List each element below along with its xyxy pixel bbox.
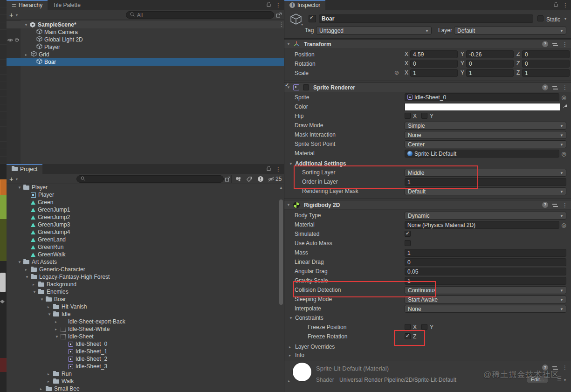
mass-field[interactable]: 1: [405, 249, 566, 257]
hidden-count-eye-icon[interactable]: [268, 177, 275, 183]
mask-interaction-dropdown[interactable]: None▼: [405, 131, 566, 139]
additional-settings-foldout[interactable]: ▼ Additional Settings: [289, 159, 346, 168]
foldout-collapsed-icon[interactable]: ▸: [55, 320, 61, 324]
tree-item[interactable]: GreenWalk: [7, 251, 284, 258]
tree-item[interactable]: ▼Art Assets: [7, 258, 284, 266]
tree-item[interactable]: GreenJump3: [7, 221, 284, 228]
sprite-object-field[interactable]: Idle-Sheet_0: [405, 93, 559, 101]
scale-link-icon[interactable]: ⊘: [394, 69, 399, 76]
hierarchy-search-input[interactable]: [137, 12, 270, 18]
presets-icon[interactable]: [552, 203, 558, 207]
warning-filter-icon[interactable]: [257, 176, 264, 184]
linear-drag-field[interactable]: 0: [405, 258, 566, 266]
foldout-expanded-icon[interactable]: ▼: [18, 186, 23, 190]
foldout-collapsed-icon[interactable]: ▸: [25, 268, 31, 272]
shader-menu-dropdown-icon[interactable]: ▾: [564, 378, 566, 382]
tree-item[interactable]: ▸Background: [7, 281, 284, 288]
scale-x-field[interactable]: 1: [410, 69, 458, 77]
layer-dropdown[interactable]: Default▼: [454, 27, 566, 34]
foldout-collapsed-icon[interactable]: ▸: [48, 379, 53, 384]
object-picker-icon[interactable]: ◎: [560, 150, 567, 158]
position-y-field[interactable]: -0.26: [466, 50, 514, 58]
constraints-foldout[interactable]: ▼ Constraints: [289, 314, 323, 322]
menu-kebab-icon[interactable]: ⋮: [275, 2, 281, 8]
component-kebab-icon[interactable]: ⋮: [562, 85, 568, 90]
material-preview[interactable]: [293, 363, 311, 381]
material-foldout-icon[interactable]: ▸: [288, 379, 290, 383]
lock-icon[interactable]: [266, 165, 271, 172]
draw-mode-dropdown[interactable]: Simple▼: [405, 122, 566, 130]
hierarchy-item-global-light-2d[interactable]: Global Light 2D: [7, 36, 284, 43]
foldout-expanded-icon[interactable]: ▼: [18, 260, 23, 264]
help-icon[interactable]: ?: [542, 41, 548, 47]
foldout-expanded-icon[interactable]: ▼: [40, 297, 46, 302]
open-window-icon[interactable]: [225, 176, 231, 184]
foldout-expanded-icon[interactable]: ▼: [287, 203, 293, 207]
rendering-layer-mask-dropdown[interactable]: Default▼: [405, 187, 566, 195]
tree-item[interactable]: GreenJump4: [7, 228, 284, 236]
tree-item[interactable]: GreenJump1: [7, 206, 284, 213]
tree-item[interactable]: Idle-Sheet_1: [7, 348, 284, 355]
tree-item[interactable]: ▼Legacy-Fantasy-High Forest: [7, 273, 284, 281]
object-picker-icon[interactable]: ◎: [560, 221, 567, 229]
rigidbody-2d-header[interactable]: ▼ Rigidbody 2D: [284, 200, 571, 210]
component-kebab-icon[interactable]: ⋮: [562, 202, 568, 208]
freeze-position-x-checkbox[interactable]: [405, 324, 411, 330]
foldout-expanded-icon[interactable]: ▼: [33, 290, 38, 294]
foldout-collapsed-icon[interactable]: ▸: [48, 372, 53, 376]
presets-icon[interactable]: [552, 42, 558, 47]
interpolate-dropdown[interactable]: None▼: [405, 305, 566, 313]
visibility-eye-icon[interactable]: [7, 37, 14, 44]
asset-filter-icon[interactable]: [235, 176, 241, 184]
position-x-field[interactable]: 4.59: [410, 50, 458, 58]
body-type-dropdown[interactable]: Dynamic▼: [405, 212, 566, 220]
tab-hierarchy[interactable]: ☰ Hierarchy: [7, 0, 48, 10]
help-icon[interactable]: ?: [542, 84, 548, 90]
hierarchy-item-player[interactable]: Player: [7, 43, 284, 51]
freeze-position-y-checkbox[interactable]: [421, 324, 427, 330]
foldout-collapsed-icon[interactable]: ▸: [55, 327, 61, 331]
foldout-collapsed-icon[interactable]: ▸: [33, 282, 38, 287]
gameobject-cube-icon[interactable]: [290, 13, 302, 27]
create-asset-button[interactable]: +: [9, 175, 14, 183]
layer-overrides-foldout[interactable]: ▸ Layer Overrides: [289, 343, 335, 351]
tree-item[interactable]: GreenLand: [7, 236, 284, 243]
freeze-rotation-z-checkbox[interactable]: [405, 333, 411, 339]
foldout-expanded-icon[interactable]: ▼: [55, 335, 61, 339]
order-in-layer-field[interactable]: 1: [405, 178, 566, 186]
hierarchy-item-main-camera[interactable]: Main Camera: [7, 28, 284, 36]
tree-item[interactable]: ▸Idle-Sheet-export-Back: [7, 318, 284, 325]
tab-tile-palette[interactable]: Tile Palette: [48, 0, 86, 10]
lock-icon[interactable]: [266, 1, 271, 8]
tree-item[interactable]: Idle-Sheet_2: [7, 355, 284, 363]
object-picker-icon[interactable]: ◎: [560, 93, 567, 101]
hierarchy-item-boar-selected[interactable]: Boar: [7, 58, 284, 66]
scroll-up-icon[interactable]: ▲: [279, 186, 283, 190]
hierarchy-search[interactable]: [126, 11, 274, 19]
info-foldout[interactable]: ▸ Info: [289, 351, 304, 359]
hierarchy-item-grid[interactable]: ▸ Grid: [7, 51, 284, 58]
rotation-x-field[interactable]: 0: [410, 60, 458, 68]
transform-header[interactable]: ▼ Transform: [284, 39, 571, 49]
tree-item[interactable]: Player: [7, 191, 284, 199]
static-checkbox[interactable]: [537, 15, 543, 21]
color-swatch[interactable]: [405, 103, 560, 111]
static-dropdown-icon[interactable]: ▾: [564, 17, 566, 21]
material-object-field[interactable]: Sprite-Lit-Default: [405, 150, 559, 158]
tree-item[interactable]: ▸Small Bee: [7, 385, 284, 392]
tree-item[interactable]: ▼Idle-Sheet: [7, 333, 284, 340]
project-search[interactable]: [76, 175, 224, 183]
foldout-collapsed-icon[interactable]: ▸: [48, 305, 53, 309]
component-kebab-icon[interactable]: ⋮: [562, 365, 568, 371]
tree-item[interactable]: GreenJump2: [7, 213, 284, 221]
foldout-collapsed-icon[interactable]: ▸: [40, 387, 46, 391]
menu-kebab-icon[interactable]: ⋮: [563, 2, 568, 8]
scale-y-field[interactable]: 1: [466, 69, 514, 77]
tab-project[interactable]: Project: [7, 164, 42, 174]
lock-icon[interactable]: [553, 1, 558, 8]
tree-item[interactable]: ▸Walk: [7, 378, 284, 385]
sprite-renderer-header[interactable]: ▼ Sprite Renderer: [284, 83, 571, 92]
gameobject-active-checkbox[interactable]: [309, 15, 316, 22]
menu-kebab-icon[interactable]: ⋮: [275, 166, 281, 172]
sorting-layer-dropdown[interactable]: Middle▼: [405, 169, 566, 177]
